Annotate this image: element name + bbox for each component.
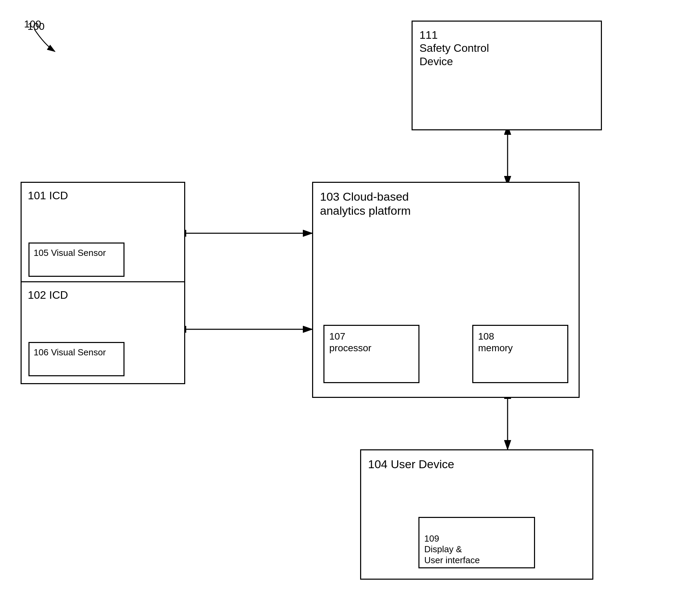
box-108-label: 108 memory <box>478 331 513 353</box>
box-103: 103 Cloud-based analytics platform 107 p… <box>312 182 580 398</box>
box-104-label: 104 User Device <box>368 458 454 471</box>
box-106: 106 Visual Sensor <box>28 342 124 376</box>
box-107: 107 processor <box>323 325 419 383</box>
box-111: 111 Safety Control Device <box>412 21 602 130</box>
box-109-label: 109 Display & User interface <box>424 533 480 565</box>
box-108: 108 memory <box>472 325 568 383</box>
box-106-label: 106 Visual Sensor <box>34 347 106 357</box>
box-105: 105 Visual Sensor <box>28 243 124 277</box>
box-105-label: 105 Visual Sensor <box>34 248 106 258</box>
box-101: 101 ICD 105 Visual Sensor <box>21 182 185 285</box>
box-102: 102 ICD 106 Visual Sensor <box>21 281 185 384</box>
box-102-label: 102 ICD <box>28 289 68 301</box>
diagram: 100 100 111 Safety Control Device 101 IC… <box>0 0 700 615</box>
box-111-label: 111 Safety Control Device <box>419 28 594 68</box>
ref-100-arrow: 100 <box>24 17 65 58</box>
box-109: 109 Display & User interface <box>418 517 535 568</box>
svg-text:100: 100 <box>24 18 41 29</box>
box-104: 104 User Device 109 Display & User inter… <box>360 449 593 580</box>
box-107-label: 107 processor <box>329 331 371 353</box>
box-101-label: 101 ICD <box>28 189 68 202</box>
box-103-label: 103 Cloud-based analytics platform <box>320 190 411 217</box>
